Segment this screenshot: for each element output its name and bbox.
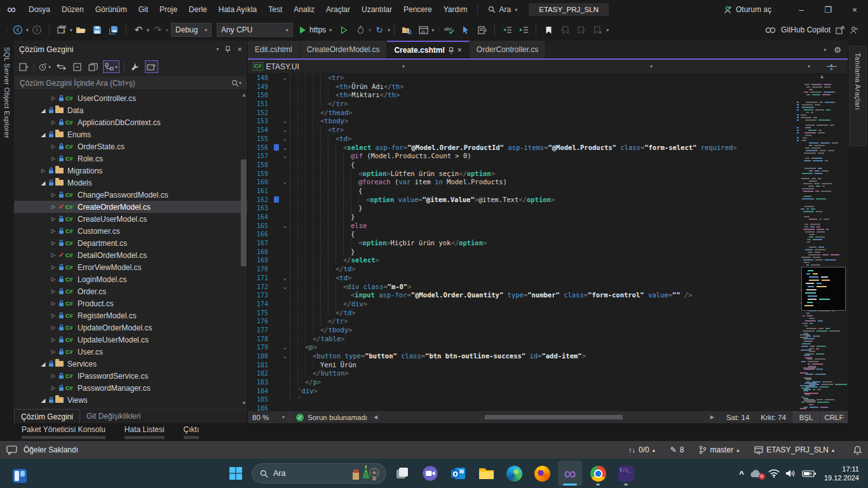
code-line-163[interactable]: 163} — [248, 204, 796, 213]
tree-item-Views[interactable]: ◢Views — [14, 394, 247, 406]
code-line-180[interactable]: 180⌄<button type="button" class="btn btn… — [248, 352, 796, 361]
code-line-158[interactable]: 158{ — [248, 161, 796, 170]
git-sync-button[interactable]: ↑↓ 0/0 ▴ — [623, 445, 660, 454]
platform-combo[interactable]: Any CPU▾ — [217, 23, 293, 37]
menu-proje[interactable]: Proje — [154, 0, 183, 19]
code-line-162[interactable]: 162<option value="@item.Value">@item.Tex… — [248, 196, 796, 205]
code-line-170[interactable]: 170</td> — [248, 265, 796, 274]
fold-chevron-icon[interactable]: ⌄ — [280, 117, 290, 126]
tree-scroll-down-icon[interactable]: ▼ — [241, 400, 247, 406]
next-bookmark-button[interactable] — [574, 22, 589, 37]
close-tab-icon[interactable]: × — [458, 46, 462, 55]
menu-analiz[interactable]: Analiz — [288, 0, 320, 19]
collapsed-arrow-icon[interactable]: ▷ — [50, 240, 57, 246]
previous-bookmark-button[interactable] — [557, 22, 573, 37]
collapsed-arrow-icon[interactable]: ▷ — [50, 252, 57, 258]
close-button[interactable]: × — [841, 0, 868, 19]
tree-item-Customer.cs[interactable]: ▷C#Customer.cs — [14, 225, 247, 237]
code-line-149[interactable]: 149<th>Ürün Adı</th> — [248, 83, 796, 92]
taskbar-clock[interactable]: 17:11 19.12.2024 — [824, 464, 859, 482]
code-line-151[interactable]: 151</tr> — [248, 100, 796, 109]
switch-views-icon[interactable] — [19, 63, 29, 71]
menu-yardım[interactable]: Yardım — [438, 0, 473, 19]
redo-dropdown-caret[interactable]: ▾ — [166, 27, 168, 33]
widgets-button[interactable] — [8, 463, 32, 488]
split-editor-handle[interactable]: ▲▼ — [815, 60, 848, 73]
code-line-161[interactable]: 161{ — [248, 187, 796, 196]
tool-tab-çıktı[interactable]: Çıktı — [184, 425, 200, 439]
spell-check-button[interactable]: abc — [442, 22, 457, 37]
code-line-176[interactable]: 176</tr> — [248, 317, 796, 326]
tree-item-UpdateOrderModel.cs[interactable]: ▷C#UpdateOrderModel.cs — [14, 322, 247, 334]
code-line-164[interactable]: 164} — [248, 213, 796, 222]
code-line-185[interactable]: 185' — [248, 395, 796, 404]
collapsed-arrow-icon[interactable]: ▷ — [50, 95, 57, 101]
scroll-left-icon[interactable]: ◀ — [374, 414, 377, 420]
collapsed-arrow-icon[interactable]: ▷ — [50, 216, 57, 222]
taskbar-search[interactable]: Ara — [252, 463, 386, 484]
edge-button[interactable] — [502, 461, 526, 486]
panel-tab-git-değişiklikleri[interactable]: Git Değişiklikleri — [80, 409, 147, 423]
scroll-right-icon[interactable]: ▶ — [710, 414, 714, 420]
gear-icon[interactable]: ⚙ — [834, 45, 841, 55]
tree-item-Product.cs[interactable]: ▷C#Product.cs — [14, 297, 247, 309]
chat-button[interactable] — [418, 461, 442, 486]
type-dropdown[interactable]: ▾ — [410, 60, 658, 73]
tree-item-Data[interactable]: ◢Data — [14, 104, 247, 116]
code-line-156[interactable]: 156⌄<select asp-for="@Model.Order.Produc… — [248, 144, 796, 152]
tree-item-RegisterModel.cs[interactable]: ▷C#RegisterModel.cs — [14, 309, 247, 322]
health-indicator[interactable]: ✓ Sorun bulunamadı — [296, 414, 367, 421]
code-line-175[interactable]: 175</td> — [248, 309, 796, 318]
wifi-icon[interactable] — [768, 469, 780, 478]
expanded-arrow-icon[interactable]: ◢ — [39, 397, 47, 403]
expanded-arrow-icon[interactable]: ◢ — [39, 180, 47, 186]
code-line-166[interactable]: 166{ — [248, 230, 796, 239]
scroll-up-icon[interactable]: ▲ — [796, 74, 848, 81]
properties-button[interactable] — [129, 60, 140, 73]
tree-item-IPasswordService.cs[interactable]: ▷C#IPasswordService.cs — [14, 370, 247, 382]
start-debugging-button[interactable]: https ▾ — [299, 25, 332, 34]
fold-chevron-icon[interactable]: ⌄ — [280, 283, 290, 292]
volume-icon[interactable] — [785, 469, 796, 478]
code-line-160[interactable]: 160⌄@foreach (var item in Model.Products… — [248, 178, 796, 187]
tree-item-CreateUserModel.cs[interactable]: ▷C#CreateUserModel.cs — [14, 213, 247, 225]
document-tab-Edit.cshtml[interactable]: Edit.cshtml — [248, 41, 300, 58]
solution-search-box[interactable]: Çözüm Gezgini İçinde Ara (Ctrl+ş) ▾ — [15, 76, 247, 90]
tree-scroll-up-icon[interactable]: ▲ — [241, 92, 247, 98]
fold-chevron-icon[interactable]: ⌄ — [280, 352, 290, 361]
pin-icon[interactable] — [449, 47, 454, 54]
code-line-183[interactable]: 183</p> — [248, 378, 796, 387]
fold-chevron-icon[interactable]: ⌄ — [280, 135, 290, 144]
solution-name-badge[interactable]: ETASY_PRJ_SLN — [529, 3, 609, 16]
zoom-dropdown[interactable]: 80 %▾ — [248, 411, 290, 423]
expanded-arrow-icon[interactable]: ◢ — [39, 132, 47, 138]
code-line-152[interactable]: 152</thead> — [248, 109, 796, 118]
tree-item-UpdateUserModel.cs[interactable]: ▷C#UpdateUserModel.cs — [14, 334, 247, 346]
fold-chevron-icon[interactable]: ⌄ — [280, 74, 290, 83]
hot-reload-caret[interactable]: ▾ — [369, 27, 371, 33]
document-outline-button[interactable] — [475, 22, 490, 37]
eol-indicator[interactable]: CRLF — [820, 411, 848, 423]
tree-item-PasswordManager.cs[interactable]: ▷C#PasswordManager.cs — [14, 382, 247, 394]
diagnostic-tools-tab[interactable]: Tanılama Araçları — [848, 41, 868, 423]
sign-in-button[interactable]: Oturum aç — [723, 5, 771, 14]
terminal-button[interactable]: C:\_ — [614, 461, 638, 486]
code-line-174[interactable]: 174</div> — [248, 300, 796, 309]
collapsed-arrow-icon[interactable]: ▷ — [50, 373, 57, 379]
toolbar-grip[interactable]: ⋮ — [4, 29, 8, 31]
collapsed-arrow-icon[interactable]: ▷ — [50, 325, 57, 330]
collapsed-arrow-icon[interactable]: ▷ — [50, 264, 57, 270]
open-file-button[interactable] — [73, 22, 88, 37]
fold-chevron-icon[interactable]: ⌄ — [280, 222, 290, 231]
preview-selected-items-toggle[interactable] — [145, 60, 158, 73]
sql-server-object-explorer-tab[interactable]: SQL Server Object Explorer — [0, 41, 14, 423]
pin-icon[interactable] — [225, 46, 231, 53]
back-dropdown-caret[interactable]: ▾ — [26, 27, 29, 33]
increase-indent-button[interactable] — [516, 22, 531, 37]
menu-uzantılar[interactable]: Uzantılar — [356, 0, 398, 19]
feedback-user-icon[interactable] — [850, 26, 859, 34]
code-line-169[interactable]: 169</select> — [248, 256, 796, 265]
horizontal-scrollbar[interactable]: ◀ ▶ — [374, 414, 714, 420]
collapsed-arrow-icon[interactable]: ▷ — [50, 349, 57, 355]
share-icon[interactable] — [836, 26, 844, 34]
